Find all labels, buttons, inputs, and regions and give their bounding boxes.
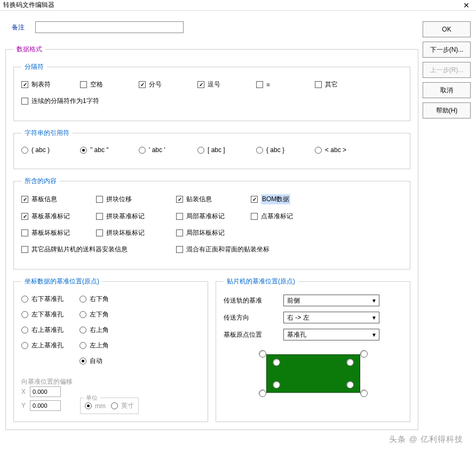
rb-origin-lbc[interactable]: 左下角 bbox=[80, 310, 109, 319]
rb-dquote[interactable]: " abc " bbox=[80, 146, 133, 154]
chevron-down-icon: ▼ bbox=[371, 332, 377, 338]
cb-tab[interactable]: 制表符 bbox=[21, 80, 75, 89]
chevron-down-icon: ▼ bbox=[371, 298, 377, 304]
cb-semicolon[interactable]: 分号 bbox=[139, 80, 192, 89]
rb-paren[interactable]: ( abc ) bbox=[21, 146, 75, 154]
rb-origin-lb[interactable]: 左下基准孔 bbox=[21, 310, 64, 319]
remark-label: 备注 bbox=[12, 23, 25, 32]
rb-origin-auto[interactable]: 自动 bbox=[80, 356, 109, 366]
separator-legend: 分隔符 bbox=[21, 62, 47, 72]
window-title: 转换码文件编辑器 bbox=[3, 1, 54, 10]
quote-group: 字符串的引用符 ( abc ) " abc " ' abc ' [ abc ] … bbox=[13, 129, 410, 169]
rb-origin-rb[interactable]: 右下基准孔 bbox=[21, 295, 64, 304]
rb-origin-rt[interactable]: 右上基准孔 bbox=[21, 326, 64, 335]
direction-label: 传送方向 bbox=[224, 313, 277, 322]
remark-input[interactable] bbox=[35, 21, 184, 33]
unit-group: 单位 mm 英寸 bbox=[80, 398, 139, 414]
pcb-illustration bbox=[255, 348, 372, 399]
ok-button[interactable]: OK bbox=[423, 21, 471, 37]
cb-panel-bad[interactable]: 拼块坏板标记 bbox=[96, 228, 171, 237]
board-origin-label: 基板原点位置 bbox=[224, 330, 277, 339]
prev-button[interactable]: 上一步(R)... bbox=[423, 62, 471, 78]
rb-squote[interactable]: ' abc ' bbox=[139, 146, 192, 154]
machine-origin-group: 贴片机的基准位置(原点) 传送轨的基准 前侧▼ 传送方向 右 -> 左▼ 基板原… bbox=[216, 277, 410, 422]
cb-mixed[interactable]: 混合有正面和背面的贴装坐标 bbox=[176, 245, 326, 254]
cb-base-fiducial[interactable]: 基板基准标记 bbox=[21, 212, 91, 221]
cb-base-bad[interactable]: 基板坏板标记 bbox=[21, 228, 91, 237]
cb-comma[interactable]: 逗号 bbox=[197, 80, 251, 89]
next-button[interactable]: 下一步(N)... bbox=[423, 42, 471, 58]
rail-label: 传送轨的基准 bbox=[224, 296, 277, 305]
separator-group: 分隔符 制表符 空格 分号 逗号 = 其它 连续的分隔符作为1字符 bbox=[13, 62, 410, 121]
cb-base-info[interactable]: 基板信息 bbox=[21, 194, 91, 204]
cb-consecutive[interactable]: 连续的分隔符作为1字符 bbox=[21, 97, 171, 106]
offset-y-input[interactable] bbox=[30, 400, 61, 411]
offset-x-input[interactable] bbox=[30, 386, 61, 397]
chevron-down-icon: ▼ bbox=[371, 315, 377, 321]
rb-bracket[interactable]: [ abc ] bbox=[197, 146, 251, 154]
cb-local-bad[interactable]: 局部坏板标记 bbox=[176, 228, 245, 237]
data-format-group: 数据格式 分隔符 制表符 空格 分号 逗号 = 其它 连续的分隔符作为1字符 字… bbox=[5, 45, 418, 430]
rb-origin-rtc[interactable]: 右上角 bbox=[80, 326, 109, 335]
data-format-legend: 数据格式 bbox=[13, 45, 45, 54]
rb-origin-lt[interactable]: 左上基准孔 bbox=[21, 341, 64, 350]
rb-origin-ltc[interactable]: 左上角 bbox=[80, 341, 109, 350]
cb-panel-offset[interactable]: 拼块位移 bbox=[96, 194, 171, 204]
cb-panel-fiducial[interactable]: 拼块基准标记 bbox=[96, 212, 171, 221]
rb-angle[interactable]: < abc > bbox=[315, 146, 368, 154]
cb-mount-info[interactable]: 贴装信息 bbox=[176, 194, 245, 204]
cb-point-fiducial[interactable]: 点基准标记 bbox=[251, 212, 320, 221]
close-icon[interactable]: ✕ bbox=[460, 1, 473, 10]
rb-origin-rbc[interactable]: 右下角 bbox=[80, 295, 109, 304]
watermark-text: 头条 @ 亿利得科技 bbox=[389, 434, 463, 445]
content-legend: 所含的内容 bbox=[21, 177, 60, 186]
cb-bom[interactable]: BOM数据 bbox=[251, 194, 320, 204]
rail-select[interactable]: 前侧▼ bbox=[283, 295, 379, 306]
rb-unit-inch[interactable]: 英寸 bbox=[111, 401, 134, 410]
quote-legend: 字符串的引用符 bbox=[21, 129, 73, 138]
rb-brace[interactable]: { abc } bbox=[256, 146, 310, 154]
cb-equals[interactable]: = bbox=[256, 80, 310, 89]
cb-other[interactable]: 其它 bbox=[315, 80, 368, 89]
board-origin-select[interactable]: 基准孔▼ bbox=[283, 329, 379, 340]
rb-unit-mm[interactable]: mm bbox=[85, 401, 106, 410]
cancel-button[interactable]: 取消 bbox=[423, 82, 471, 98]
offset-label: 向基准位置的偏移 bbox=[21, 377, 73, 386]
origin-group: 坐标数据的基准位置(原点) 右下基准孔 左下基准孔 右上基准孔 左上基准孔 右下… bbox=[13, 277, 208, 422]
help-button[interactable]: 帮助(H) bbox=[423, 102, 471, 118]
direction-select[interactable]: 右 -> 左▼ bbox=[283, 312, 379, 323]
cb-space[interactable]: 空格 bbox=[80, 80, 133, 89]
origin-legend: 坐标数据的基准位置(原点) bbox=[21, 277, 102, 286]
machine-origin-legend: 贴片机的基准位置(原点) bbox=[224, 277, 298, 286]
content-group: 所含的内容 基板信息 拼块位移 贴装信息 BOM数据 基板基准标记 拼块基准标记… bbox=[13, 177, 410, 269]
cb-local-fiducial[interactable]: 局部基准标记 bbox=[176, 212, 245, 221]
cb-other-feeder[interactable]: 其它品牌贴片机的送料器安装信息 bbox=[21, 245, 171, 254]
